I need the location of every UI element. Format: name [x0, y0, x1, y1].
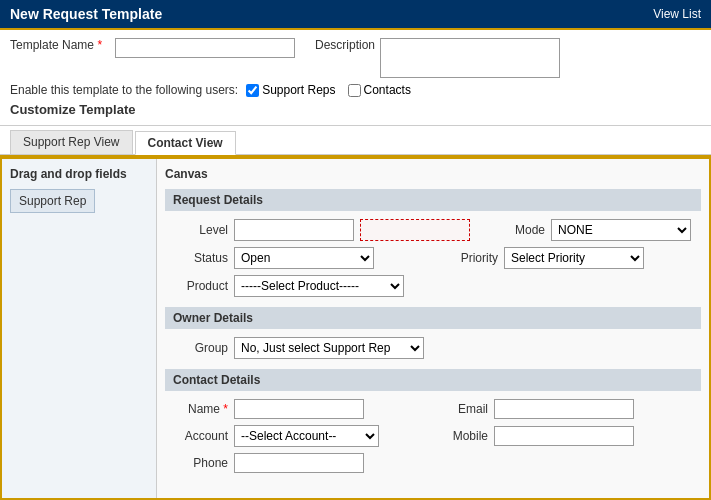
page-title: New Request Template — [10, 6, 162, 22]
owner-details-header: Owner Details — [165, 307, 701, 329]
enable-row: Enable this template to the following us… — [10, 83, 701, 97]
canvas-title: Canvas — [165, 167, 701, 181]
sidebar: Drag and drop fields Support Rep — [2, 159, 157, 498]
description-label: Description — [315, 38, 375, 52]
name-label: Name * — [173, 402, 228, 416]
group-label: Group — [173, 341, 228, 355]
mode-label: Mode — [490, 223, 545, 237]
email-input[interactable] — [494, 399, 634, 419]
phone-input[interactable] — [234, 453, 364, 473]
page-header: New Request Template View List — [0, 0, 711, 30]
support-reps-checkbox-item[interactable]: Support Reps — [246, 83, 335, 97]
sidebar-title: Drag and drop fields — [10, 167, 148, 181]
tab-contact-view[interactable]: Contact View — [135, 131, 236, 155]
level-row: Level Mode NONE — [165, 219, 701, 241]
owner-details-section: Owner Details Group No, Just select Supp… — [165, 307, 701, 359]
contact-details-header: Contact Details — [165, 369, 701, 391]
customize-title: Customize Template — [10, 102, 701, 117]
level-drop-area[interactable] — [360, 219, 470, 241]
main-body: Drag and drop fields Support Rep Canvas … — [2, 157, 709, 498]
name-input[interactable] — [234, 399, 364, 419]
product-label: Product — [173, 279, 228, 293]
phone-label: Phone — [173, 456, 228, 470]
template-name-row: Template Name * Description — [10, 38, 701, 78]
status-label: Status — [173, 251, 228, 265]
tabs-row: Support Rep View Contact View — [0, 130, 711, 155]
top-form: Template Name * Description Enable this … — [0, 30, 711, 126]
template-name-label: Template Name * — [10, 38, 110, 52]
priority-label: Priority — [443, 251, 498, 265]
contacts-checkbox-item[interactable]: Contacts — [348, 83, 411, 97]
description-area: Description — [315, 38, 560, 78]
account-label: Account — [173, 429, 228, 443]
group-select[interactable]: No, Just select Support Rep — [234, 337, 424, 359]
outer-border: Drag and drop fields Support Rep Canvas … — [0, 155, 711, 500]
page-wrapper: New Request Template View List Template … — [0, 0, 711, 500]
email-label: Email — [443, 402, 488, 416]
template-name-input[interactable] — [115, 38, 295, 58]
priority-select[interactable]: Select Priority — [504, 247, 644, 269]
description-textarea[interactable] — [380, 38, 560, 78]
checkbox-group: Support Reps Contacts — [246, 83, 411, 97]
mode-select[interactable]: NONE — [551, 219, 691, 241]
enable-label: Enable this template to the following us… — [10, 83, 238, 97]
level-label: Level — [173, 223, 228, 237]
sidebar-item-support-rep[interactable]: Support Rep — [10, 189, 95, 213]
account-select[interactable]: --Select Account-- — [234, 425, 379, 447]
tab-support-rep-view[interactable]: Support Rep View — [10, 130, 133, 154]
support-reps-checkbox[interactable] — [246, 84, 259, 97]
level-input-placeholder — [234, 219, 354, 241]
request-details-section: Request Details Level Mode NONE — [165, 189, 701, 297]
mobile-label: Mobile — [443, 429, 488, 443]
contacts-checkbox[interactable] — [348, 84, 361, 97]
request-details-header: Request Details — [165, 189, 701, 211]
contact-details-section: Contact Details Name * Email — [165, 369, 701, 473]
canvas: Canvas Request Details Level Mode NONE — [157, 159, 709, 498]
view-list-link[interactable]: View List — [653, 7, 701, 21]
status-select[interactable]: Open — [234, 247, 374, 269]
mobile-input[interactable] — [494, 426, 634, 446]
product-select[interactable]: -----Select Product----- — [234, 275, 404, 297]
